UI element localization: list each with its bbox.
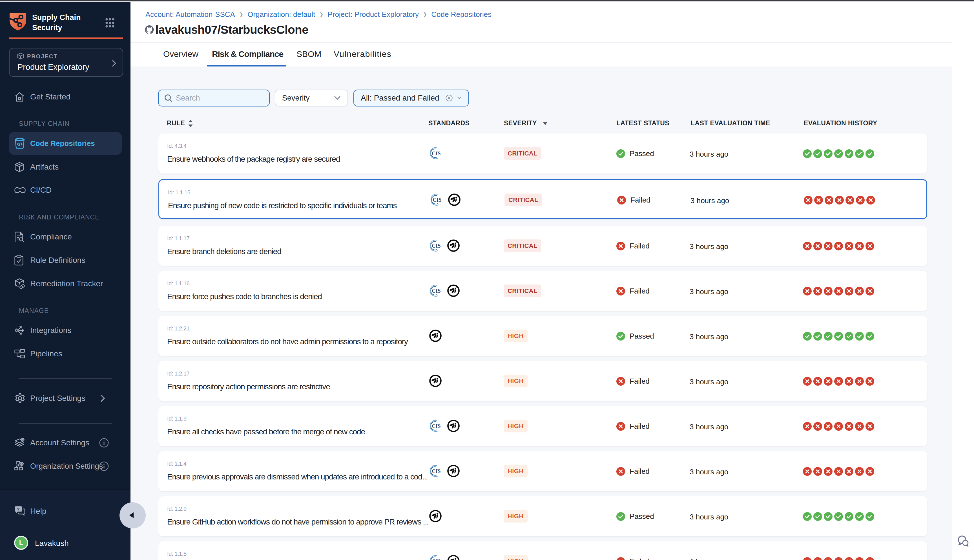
svg-text:CIS: CIS (432, 558, 441, 560)
svg-text:CIS: CIS (432, 243, 441, 249)
svg-text:CIS: CIS (432, 150, 441, 156)
svg-text:CIS: CIS (432, 468, 441, 474)
svg-text:CIS: CIS (432, 423, 441, 429)
svg-text:?: ? (17, 507, 20, 511)
svg-text:CIS: CIS (432, 288, 441, 294)
svg-text:CIS: CIS (433, 197, 442, 203)
